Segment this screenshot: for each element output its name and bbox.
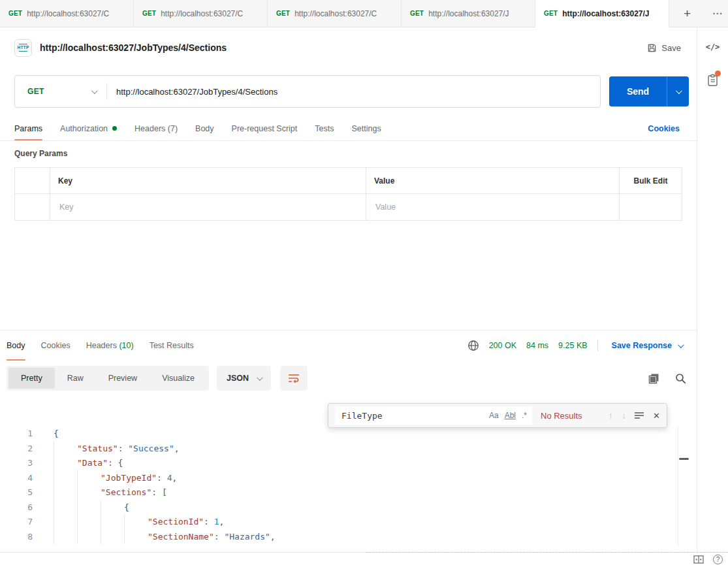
format-selector[interactable]: JSON bbox=[217, 366, 271, 391]
query-params-title: Query Params bbox=[14, 149, 67, 158]
wrap-lines-button[interactable] bbox=[280, 366, 308, 391]
code-line: 1{ bbox=[0, 427, 678, 442]
code-line: 6{ bbox=[0, 500, 678, 515]
wrap-text-icon bbox=[288, 374, 300, 383]
send-button[interactable]: Send bbox=[609, 76, 689, 106]
view-mode-pretty[interactable]: Pretty bbox=[8, 368, 55, 389]
request-workspace: HTTP http://localhost:63027/JobTypes/4/S… bbox=[0, 27, 697, 552]
json-string: "Success" bbox=[128, 442, 174, 457]
tab-label: Settings bbox=[351, 124, 381, 133]
indent-guide bbox=[77, 485, 101, 500]
request-tab[interactable]: GEThttp://localhost:63027/C bbox=[268, 0, 402, 27]
tab-label: Params bbox=[14, 124, 42, 133]
method-selector[interactable]: GET bbox=[15, 76, 106, 107]
tab-body[interactable]: Body bbox=[195, 116, 214, 140]
response-panel: BodyCookiesHeaders (10)Test Results 200 … bbox=[0, 330, 697, 552]
line-content: "Status": "Success", bbox=[54, 442, 180, 457]
tab-label: Authorization bbox=[60, 124, 108, 133]
globe-icon[interactable] bbox=[467, 340, 479, 351]
match-case-icon[interactable]: Aa bbox=[489, 411, 499, 420]
request-tab[interactable]: GEThttp://localhost:63027/C bbox=[134, 0, 268, 27]
param-value-cell[interactable] bbox=[366, 194, 620, 220]
cookies-link[interactable]: Cookies bbox=[648, 116, 680, 140]
copy-button[interactable] bbox=[647, 372, 661, 385]
request-header: HTTP http://localhost:63027/JobTypes/4/S… bbox=[14, 38, 686, 57]
chevron-down-icon bbox=[91, 88, 98, 94]
param-key-input[interactable] bbox=[58, 202, 358, 212]
search-button[interactable] bbox=[674, 372, 688, 385]
indent-guide bbox=[101, 515, 124, 530]
http-request-icon: HTTP bbox=[14, 39, 32, 57]
search-results-status: No Results bbox=[541, 411, 582, 421]
scrollbar-thumb[interactable] bbox=[679, 458, 689, 460]
line-content: { bbox=[54, 427, 59, 442]
row-handle bbox=[15, 194, 50, 220]
search-options-icon[interactable] bbox=[635, 412, 644, 419]
json-punctuation: , bbox=[270, 530, 276, 545]
save-button[interactable]: Save bbox=[642, 40, 686, 56]
line-content: "JobTypeId": 4, bbox=[54, 471, 177, 486]
line-content: { bbox=[54, 500, 129, 515]
tab-headers-7[interactable]: Headers (7) bbox=[135, 116, 178, 140]
tab-label: Body bbox=[7, 341, 25, 350]
json-key: "Status" bbox=[77, 442, 118, 457]
find-dialog: Aa Abl .* No Results ↑ ↓ ✕ bbox=[328, 403, 667, 428]
notification-dot bbox=[715, 71, 721, 76]
indent-guide bbox=[54, 485, 77, 500]
whole-word-icon[interactable]: Abl bbox=[505, 411, 516, 420]
response-tab-headers[interactable]: Headers (10) bbox=[86, 331, 134, 361]
request-tab[interactable]: GEThttp://localhost:63027/C bbox=[0, 0, 134, 27]
param-value-input[interactable] bbox=[374, 202, 611, 212]
line-number: 8 bbox=[0, 530, 37, 545]
tab-settings[interactable]: Settings bbox=[351, 116, 381, 140]
code-line: 8"SectionName": "Hazards", bbox=[0, 530, 678, 545]
view-mode-raw[interactable]: Raw bbox=[55, 368, 96, 389]
tab-params[interactable]: Params bbox=[14, 116, 42, 140]
tab-label: Pre-request Script bbox=[232, 124, 298, 133]
documentation-icon[interactable] bbox=[697, 74, 728, 87]
tab-tests[interactable]: Tests bbox=[315, 116, 334, 140]
json-punctuation: , bbox=[219, 515, 225, 530]
indent-guide bbox=[101, 500, 124, 515]
response-tab-test-results[interactable]: Test Results bbox=[150, 331, 194, 361]
response-tab-cookies[interactable]: Cookies bbox=[41, 331, 71, 361]
request-tab[interactable]: GEThttp://localhost:63027/J bbox=[535, 0, 669, 27]
close-icon[interactable]: ✕ bbox=[653, 411, 660, 421]
next-match-icon[interactable]: ↓ bbox=[622, 410, 626, 421]
tab-pre-request-script[interactable]: Pre-request Script bbox=[232, 116, 298, 140]
bulk-edit-button[interactable]: Bulk Edit bbox=[620, 168, 682, 194]
view-mode-visualize[interactable]: Visualize bbox=[150, 368, 207, 389]
save-response-button[interactable]: Save Response bbox=[608, 340, 686, 351]
find-input-box[interactable]: Aa Abl .* bbox=[335, 406, 532, 425]
code-line: 4"JobTypeId": 4, bbox=[0, 471, 678, 486]
resize-handle[interactable] bbox=[366, 552, 728, 553]
response-tab-body[interactable]: Body bbox=[7, 331, 25, 361]
json-key: "Data" bbox=[77, 456, 108, 471]
request-tab[interactable]: GEThttp://localhost:63027/J bbox=[402, 0, 535, 27]
url-input[interactable] bbox=[107, 76, 600, 107]
tab-url-label: http://localhost:63027/C bbox=[294, 9, 392, 18]
view-mode-preview[interactable]: Preview bbox=[96, 368, 150, 389]
scrollbar-track bbox=[678, 427, 678, 547]
json-punctuation: { bbox=[124, 500, 129, 515]
help-button[interactable]: ? bbox=[713, 555, 723, 564]
regex-icon[interactable]: .* bbox=[522, 411, 527, 420]
send-options-button[interactable] bbox=[667, 76, 689, 106]
line-number: 4 bbox=[0, 471, 37, 486]
split-pane-button[interactable] bbox=[693, 555, 704, 564]
indent-guide bbox=[77, 471, 101, 486]
json-key: "SectionId" bbox=[148, 515, 204, 530]
find-input[interactable] bbox=[340, 410, 483, 421]
code-snippet-icon[interactable]: </> bbox=[697, 42, 728, 52]
help-icon: ? bbox=[713, 555, 723, 564]
line-content: "SectionId": 1, bbox=[54, 515, 224, 530]
tab-label: Test Results bbox=[150, 341, 194, 350]
new-tab-button[interactable]: + bbox=[680, 6, 695, 21]
json-punctuation: , bbox=[174, 442, 180, 457]
response-body-viewer[interactable]: 1{2"Status": "Success",3"Data": {4"JobTy… bbox=[0, 427, 678, 549]
tab-authorization[interactable]: Authorization bbox=[60, 116, 117, 140]
json-punctuation: , bbox=[172, 471, 178, 486]
previous-match-icon[interactable]: ↑ bbox=[609, 410, 613, 421]
param-key-cell[interactable] bbox=[50, 194, 366, 220]
more-tabs-icon[interactable]: ••• bbox=[709, 8, 727, 20]
